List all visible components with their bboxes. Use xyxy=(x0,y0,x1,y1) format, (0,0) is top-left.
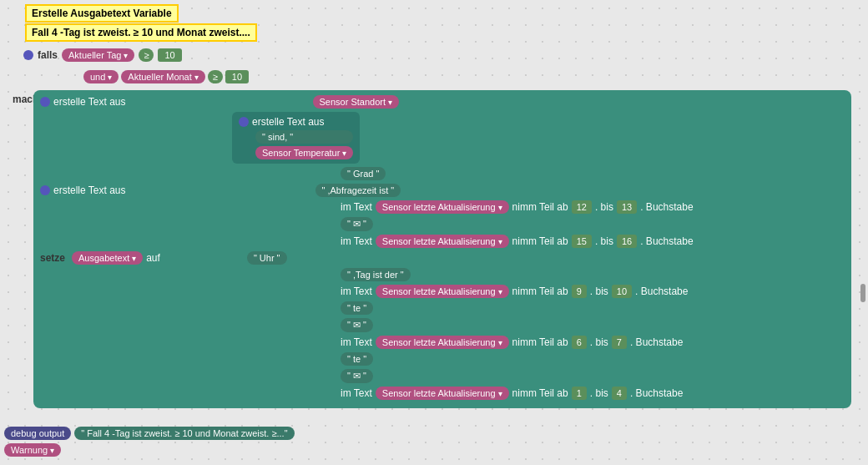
row-imtext3: im Text Sensor letzte Aktualisierung ▾ n… xyxy=(341,285,845,298)
nimm-teil1-label: nimm Teil ab xyxy=(512,201,568,213)
grad-label: " Grad " xyxy=(347,169,379,179)
imtext3-label: im Text xyxy=(341,286,372,297)
quote1-label: " ✉ " xyxy=(347,219,366,229)
val15-label: 15 xyxy=(577,236,587,246)
ausgabetext-label: Ausgabetext xyxy=(78,253,129,263)
scrollbar-handle[interactable] xyxy=(860,284,865,302)
nimm-teil5-label: nimm Teil ab xyxy=(512,387,568,399)
debug-output-row: debug output " Fall 4 -Tag ist zweist. ≥… xyxy=(4,427,295,440)
tag-ist-der-label: " ,Tag ist der " xyxy=(347,270,404,280)
sensor-letzte1-pill[interactable]: Sensor letzte Aktualisierung ▾ xyxy=(376,200,509,214)
row-te2: " te " xyxy=(341,352,845,366)
val16-box[interactable]: 16 xyxy=(617,235,637,248)
sensor-letzte3-label: Sensor letzte Aktualisierung xyxy=(382,286,496,296)
val4-box[interactable]: 4 xyxy=(612,387,627,400)
row-quote1: " ✉ " xyxy=(341,217,845,231)
sensor-letzte4-pill[interactable]: Sensor letzte Aktualisierung ▾ xyxy=(376,336,509,349)
aktueller-tag-pill[interactable]: Aktueller Tag ▾ xyxy=(62,48,134,62)
value1-label: 10 xyxy=(164,50,174,60)
uhr-label: " Uhr " xyxy=(254,253,280,263)
imtext1-label: im Text xyxy=(341,201,372,213)
debug-output-pill[interactable]: debug output xyxy=(4,427,71,440)
mache-block: erstelle Text aus Sensor Standort ▾ erst… xyxy=(33,90,851,408)
ausgabetext-pill[interactable]: Ausgabetext ▾ xyxy=(72,251,143,265)
val9-label: 9 xyxy=(577,286,582,296)
aktueller-monat-label: Aktueller Monat xyxy=(128,72,191,82)
nimm-teil4-label: nimm Teil ab xyxy=(512,336,568,348)
tooltip-erstelle: Erstelle Ausgabetext Variable xyxy=(25,4,179,23)
abfragezeit-label: " ,Abfragezeit ist " xyxy=(322,185,395,195)
setze-label: setze xyxy=(40,252,65,264)
aktueller-tag-arrow: ▾ xyxy=(124,51,128,60)
operator2-pill[interactable]: ≥ xyxy=(208,70,223,83)
und-pill[interactable]: und ▾ xyxy=(83,70,119,83)
val7-label: 7 xyxy=(617,337,622,347)
row-imtext5: im Text Sensor letzte Aktualisierung ▾ n… xyxy=(341,387,845,400)
sensor-temp-label: Sensor Temperatur xyxy=(262,148,340,158)
row-abfragezeit: erstelle Text aus " ,Abfragezeit ist " xyxy=(40,184,845,197)
operator1-pill[interactable]: ≥ xyxy=(139,48,154,62)
val10-box[interactable]: 10 xyxy=(612,285,632,298)
val9-box[interactable]: 9 xyxy=(572,285,587,298)
operator1-label: ≥ xyxy=(144,50,149,60)
sensor-letzte5-label: Sensor letzte Aktualisierung xyxy=(382,388,496,398)
row-imtext2: im Text Sensor letzte Aktualisierung ▾ n… xyxy=(341,235,845,248)
row-imtext4: im Text Sensor letzte Aktualisierung ▾ n… xyxy=(341,336,845,349)
sensor-letzte3-pill[interactable]: Sensor letzte Aktualisierung ▾ xyxy=(376,285,509,298)
val12-box[interactable]: 12 xyxy=(572,200,592,214)
warnung-pill[interactable]: Warnung ▾ xyxy=(4,443,61,457)
value2-box[interactable]: 10 xyxy=(225,70,249,83)
uhr-pill: " Uhr " xyxy=(247,251,287,265)
row-quote3: " ✉ " xyxy=(341,369,845,383)
sensor-letzte4-label: Sensor letzte Aktualisierung xyxy=(382,337,496,347)
quote3-label: " ✉ " xyxy=(347,371,366,381)
sind-label: " sind, " xyxy=(262,132,293,142)
val13-box[interactable]: 13 xyxy=(617,200,637,214)
abfrage-erstelle-label: erstelle Text aus xyxy=(53,184,126,196)
val13-label: 13 xyxy=(622,202,632,212)
warnung-arrow: ▾ xyxy=(50,446,54,455)
row-te1: " te " xyxy=(341,301,845,315)
val7-box[interactable]: 7 xyxy=(612,336,627,349)
val6-box[interactable]: 6 xyxy=(572,336,587,349)
bis5-label: . bis xyxy=(590,387,608,399)
und-arrow: ▾ xyxy=(108,73,112,82)
aktueller-monat-pill[interactable]: Aktueller Monat ▾ xyxy=(121,70,204,83)
bis1-label: . bis xyxy=(595,201,613,213)
row-erstelle1: erstelle Text aus Sensor Standort ▾ xyxy=(40,95,845,109)
sensor-letzte2-pill[interactable]: Sensor letzte Aktualisierung ▾ xyxy=(376,235,509,248)
und-row: und ▾ Aktueller Monat ▾ ≥ 10 xyxy=(83,70,249,83)
erstelle1-label: erstelle Text aus xyxy=(53,96,126,108)
value1-box[interactable]: 10 xyxy=(158,48,181,62)
nimm-teil2-label: nimm Teil ab xyxy=(512,235,568,247)
val10-label: 10 xyxy=(617,286,627,296)
debug-text-label: " Fall 4 -Tag ist zweist. ≥ 10 und Monat… xyxy=(81,428,287,438)
quote2-label: " ✉ " xyxy=(347,320,366,330)
val1-box[interactable]: 1 xyxy=(572,387,587,400)
warnung-row: Warnung ▾ xyxy=(4,443,61,457)
erstelle1-connector xyxy=(40,97,50,107)
val16-label: 16 xyxy=(622,236,632,246)
tooltip-fall: Fall 4 -Tag ist zweist. ≥ 10 und Monat z… xyxy=(25,23,257,42)
nimm-teil3-label: nimm Teil ab xyxy=(512,286,568,297)
val4-label: 4 xyxy=(617,388,622,398)
sensor-letzte5-pill[interactable]: Sensor letzte Aktualisierung ▾ xyxy=(376,387,509,400)
sensor-temp-pill[interactable]: Sensor Temperatur ▾ xyxy=(255,146,353,159)
imtext5-label: im Text xyxy=(341,387,372,399)
te1-pill: " te " xyxy=(341,301,373,315)
sensor-standort-label: Sensor Standort xyxy=(320,97,386,107)
bis3-label: . bis xyxy=(590,286,608,297)
row-grad: " Grad " xyxy=(40,167,845,180)
setze-row: setze Ausgabetext ▾ auf " Uhr " xyxy=(40,251,845,265)
te2-label: " te " xyxy=(347,354,366,364)
row-erstelle2: erstelle Text aus xyxy=(239,116,353,128)
row-tag-ist-der: " ,Tag ist der " xyxy=(341,268,845,281)
inner-erstelle-block: erstelle Text aus " sind, " Sensor Tempe… xyxy=(232,112,360,164)
buchstabe3-label: . Buchstabe xyxy=(635,286,688,297)
erstelle2-label: erstelle Text aus xyxy=(252,116,325,128)
sensor-standort-pill[interactable]: Sensor Standort ▾ xyxy=(313,95,400,109)
val6-label: 6 xyxy=(577,337,582,347)
tag-ist-der-pill: " ,Tag ist der " xyxy=(341,268,411,281)
val15-box[interactable]: 15 xyxy=(572,235,592,248)
row-imtext1: im Text Sensor letzte Aktualisierung ▾ n… xyxy=(341,200,845,214)
